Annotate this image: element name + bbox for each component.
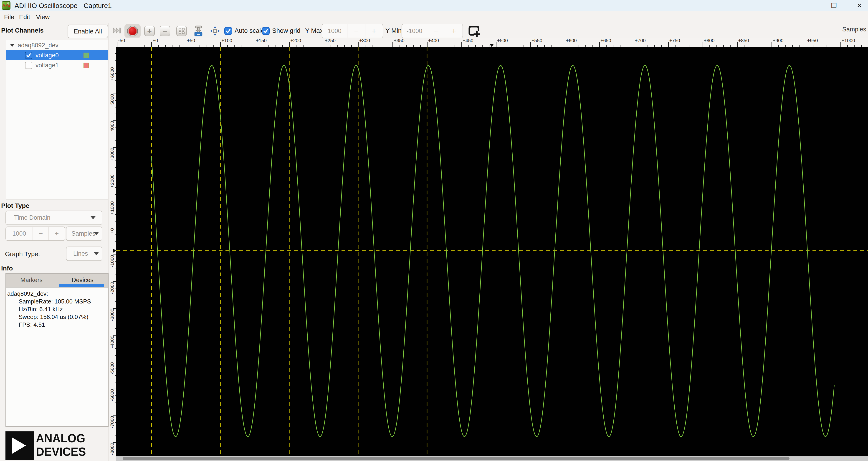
new-plot-button[interactable]: [468, 25, 480, 37]
y-tick: [115, 80, 116, 81]
waveform-plot-area[interactable]: [116, 47, 868, 456]
show-grid-checkbox[interactable]: [262, 27, 270, 35]
scrollbar-thumb[interactable]: [123, 457, 789, 460]
x-tick-label: +400: [428, 38, 439, 43]
x-tick-label: +500: [497, 38, 508, 43]
device-name: adaq8092_dev: [18, 42, 59, 49]
voltage0-color-swatch[interactable]: [84, 53, 89, 58]
show-grid-label[interactable]: Show grid: [272, 27, 301, 34]
x-tick: [785, 45, 786, 47]
channel-name: voltage0: [35, 52, 59, 59]
y-tick: [115, 60, 116, 61]
x-tick: [220, 42, 221, 47]
y-tick: [115, 449, 116, 450]
x-tick: [420, 45, 421, 47]
x-tick: [344, 45, 345, 47]
voltage1-color-swatch[interactable]: [84, 63, 89, 68]
y-min-increment-button[interactable]: +: [445, 24, 463, 38]
horizontal-scrollbar[interactable]: [116, 456, 868, 461]
auto-scale-label[interactable]: Auto scale: [235, 27, 265, 34]
x-tick: [413, 45, 414, 47]
x-tick: [730, 45, 731, 47]
x-tick: [813, 45, 813, 47]
zoom-out-button[interactable]: −: [160, 26, 170, 36]
plus-icon: +: [147, 27, 152, 35]
y-tick: [115, 261, 116, 262]
y-tick: [115, 268, 116, 268]
waveform-canvas: [116, 47, 868, 456]
x-tick: [317, 45, 317, 47]
x-tick: [269, 45, 269, 47]
y-max-decrement-button[interactable]: −: [347, 24, 365, 38]
x-tick: [276, 45, 276, 47]
enable-all-button[interactable]: Enable All: [68, 25, 108, 38]
voltage0-checkbox[interactable]: [25, 52, 32, 59]
pan-move-button[interactable]: [210, 26, 220, 36]
voltage1-checkbox[interactable]: [25, 62, 32, 69]
y-tick: [115, 194, 116, 195]
check-icon: [26, 53, 31, 58]
x-tick: [778, 45, 779, 47]
expander-icon[interactable]: [10, 44, 14, 47]
close-button[interactable]: ✕: [849, 0, 868, 11]
graph-type-dropdown[interactable]: Lines: [66, 247, 102, 261]
menu-file[interactable]: File: [1, 11, 18, 23]
save-restore-button[interactable]: [193, 26, 204, 36]
x-tick: [296, 45, 297, 47]
menu-view[interactable]: View: [33, 11, 53, 23]
tab-markers[interactable]: Markers: [6, 273, 57, 287]
sample-count-input[interactable]: 1000: [6, 227, 33, 240]
zoom-in-button[interactable]: +: [144, 26, 155, 36]
ruler-corner: [109, 456, 116, 461]
restore-button[interactable]: ❐: [823, 0, 844, 11]
move-arrows-icon: [210, 26, 220, 36]
y-tick: [115, 100, 116, 100]
x-tick: [255, 42, 255, 47]
x-tick: [799, 45, 800, 47]
logo-line2: DEVICES: [36, 445, 86, 459]
minimize-button[interactable]: —: [797, 0, 818, 11]
x-tick-label: +200: [290, 38, 301, 43]
tab-devices[interactable]: Devices: [57, 273, 108, 287]
channel-tree: adaq8092_dev voltage0 voltage1: [6, 40, 108, 199]
y-max-input[interactable]: 1000: [322, 24, 347, 38]
y-tick-label: -6000: [110, 389, 115, 401]
y-max-increment-button[interactable]: +: [365, 24, 383, 38]
info-tabs: Markers Devices: [5, 273, 108, 287]
x-tick: [151, 42, 152, 47]
sample-unit-dropdown[interactable]: Samples: [66, 227, 102, 241]
x-tick: [585, 45, 586, 47]
y-max-spinbox: 1000 − +: [322, 24, 383, 38]
y-tick-label: +2000: [110, 174, 115, 188]
skip-forward-icon[interactable]: [113, 27, 121, 34]
x-tick-label: +300: [359, 38, 370, 43]
tree-row-voltage1[interactable]: voltage1: [6, 60, 107, 70]
x-tick: [792, 45, 793, 47]
x-tick-label: +100: [221, 38, 232, 43]
sample-count-decrement-button[interactable]: −: [33, 227, 49, 240]
x-ruler: -50+0+50+100+150+200+250+300+350+400+450…: [109, 37, 868, 47]
x-tick: [772, 42, 772, 47]
x-tick: [524, 45, 524, 47]
y-tick: [115, 342, 116, 342]
graph-type-label: Graph Type:: [5, 251, 40, 258]
auto-scale-checkbox[interactable]: [224, 27, 232, 35]
chevron-down-icon: [91, 216, 96, 219]
capture-stop-button[interactable]: [124, 24, 141, 38]
y-tick: [115, 375, 116, 376]
stop-octagon-icon: [127, 26, 138, 36]
zoom-fit-button[interactable]: [176, 26, 187, 36]
y-tick: [115, 315, 116, 315]
plot-type-dropdown[interactable]: Time Domain: [5, 210, 102, 225]
x-tick-label: +700: [635, 38, 646, 43]
sample-count-increment-button[interactable]: +: [49, 227, 64, 240]
x-tick: [675, 45, 676, 47]
y-min-decrement-button[interactable]: −: [427, 24, 444, 38]
y-tick-label: +1000: [110, 201, 115, 215]
y-tick: [115, 73, 116, 74]
y-min-input[interactable]: -1000: [402, 24, 427, 38]
menu-edit[interactable]: Edit: [16, 11, 33, 23]
x-cursor-marker: [489, 44, 494, 47]
tree-row-device[interactable]: adaq8092_dev: [6, 40, 107, 50]
tree-row-voltage0[interactable]: voltage0: [6, 50, 107, 60]
